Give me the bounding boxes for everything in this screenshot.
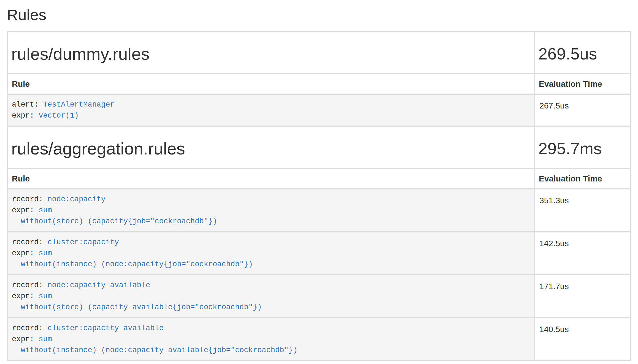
- rule-code-line: expr: sum without(store) (capacity{job="…: [12, 205, 530, 227]
- rule-group-total-cell: 269.5us: [535, 32, 630, 73]
- rule-link[interactable]: node:capacity_available: [48, 281, 150, 289]
- rule-group-row: rules/aggregation.rules295.7ms: [8, 127, 630, 168]
- rule-code-label: expr:: [12, 335, 39, 343]
- rule-link[interactable]: vector(1): [39, 112, 79, 120]
- rule-code-label: record:: [12, 281, 48, 289]
- rule-column-header: Rule: [8, 74, 534, 94]
- rule-link[interactable]: sum without(store) (capacity{job="cockro…: [12, 206, 217, 226]
- rule-code-label: expr:: [12, 249, 39, 257]
- rule-group-total-cell: 295.7ms: [535, 127, 630, 168]
- rule-row: alert: TestAlertManagerexpr: vector(1)26…: [8, 95, 630, 126]
- rule-code-label: expr:: [12, 206, 39, 214]
- column-header-row: RuleEvaluation Time: [8, 74, 630, 94]
- evaluation-time-cell: 351.3us: [535, 189, 630, 231]
- rule-code-label: alert:: [12, 100, 43, 109]
- rule-group-name-cell: rules/dummy.rules: [8, 32, 534, 73]
- evaluation-time-column-header: Evaluation Time: [535, 169, 630, 188]
- page-title: Rules: [7, 6, 631, 24]
- rule-definition-cell: alert: TestAlertManagerexpr: vector(1): [8, 95, 534, 126]
- rule-group-title: rules/aggregation.rules: [11, 139, 531, 158]
- rule-group-eval-total: 269.5us: [538, 45, 627, 63]
- rule-definition-cell: record: node:capacityexpr: sum without(s…: [8, 189, 534, 231]
- evaluation-time-cell: 171.7us: [535, 275, 630, 317]
- rule-code-line: alert: TestAlertManager: [12, 99, 530, 110]
- rule-group-title: rules/dummy.rules: [11, 45, 531, 63]
- rule-link[interactable]: node:capacity: [48, 195, 106, 203]
- rule-link[interactable]: sum without(instance) (node:capacity{job…: [12, 249, 253, 268]
- evaluation-time-column-header: Evaluation Time: [535, 74, 630, 94]
- rule-code-line: expr: sum without(store) (capacity_avail…: [12, 291, 530, 313]
- rule-code-line: expr: sum without(instance) (node:capaci…: [12, 334, 530, 356]
- rule-link[interactable]: sum without(instance) (node:capacity_ava…: [12, 335, 298, 354]
- rule-code-label: expr:: [12, 112, 39, 120]
- rule-link[interactable]: TestAlertManager: [43, 100, 114, 109]
- rule-definition-cell: record: cluster:capacityexpr: sum withou…: [8, 232, 534, 274]
- rule-link[interactable]: cluster:capacity: [48, 238, 119, 246]
- rule-definition-cell: record: node:capacity_availableexpr: sum…: [8, 275, 534, 317]
- rule-code-label: record:: [12, 238, 48, 246]
- column-header-row: RuleEvaluation Time: [8, 169, 630, 188]
- rule-definition-cell: record: cluster:capacity_availableexpr: …: [8, 318, 534, 360]
- rule-code-label: record:: [12, 195, 48, 203]
- rule-code-line: record: node:capacity: [12, 194, 530, 205]
- rule-row: record: cluster:capacity_availableexpr: …: [8, 318, 630, 360]
- evaluation-time-cell: 142.5us: [535, 232, 630, 274]
- rule-group-eval-total: 295.7ms: [538, 139, 627, 158]
- rules-page: Rules rules/dummy.rules269.5usRuleEvalua…: [0, 0, 638, 361]
- rule-group-row: rules/dummy.rules269.5us: [8, 32, 630, 73]
- rule-row: record: node:capacity_availableexpr: sum…: [8, 275, 630, 317]
- rule-group-name-cell: rules/aggregation.rules: [8, 127, 534, 168]
- rule-link[interactable]: cluster:capacity_available: [48, 324, 164, 332]
- rule-code-label: record:: [12, 324, 48, 332]
- evaluation-time-cell: 267.5us: [535, 95, 630, 126]
- rule-code-label: expr:: [12, 292, 39, 300]
- rule-code-line: record: cluster:capacity_available: [12, 323, 530, 334]
- rule-code-line: expr: vector(1): [12, 110, 530, 121]
- evaluation-time-cell: 140.5us: [535, 318, 630, 360]
- rule-column-header: Rule: [8, 169, 534, 188]
- rule-code-line: expr: sum without(instance) (node:capaci…: [12, 248, 530, 270]
- rule-code-line: record: cluster:capacity: [12, 237, 530, 248]
- rule-link[interactable]: sum without(store) (capacity_available{j…: [12, 292, 262, 311]
- rule-row: record: cluster:capacityexpr: sum withou…: [8, 232, 630, 274]
- rule-code-line: record: node:capacity_available: [12, 280, 530, 291]
- rule-row: record: node:capacityexpr: sum without(s…: [8, 189, 630, 231]
- rules-table: rules/dummy.rules269.5usRuleEvaluation T…: [7, 31, 631, 361]
